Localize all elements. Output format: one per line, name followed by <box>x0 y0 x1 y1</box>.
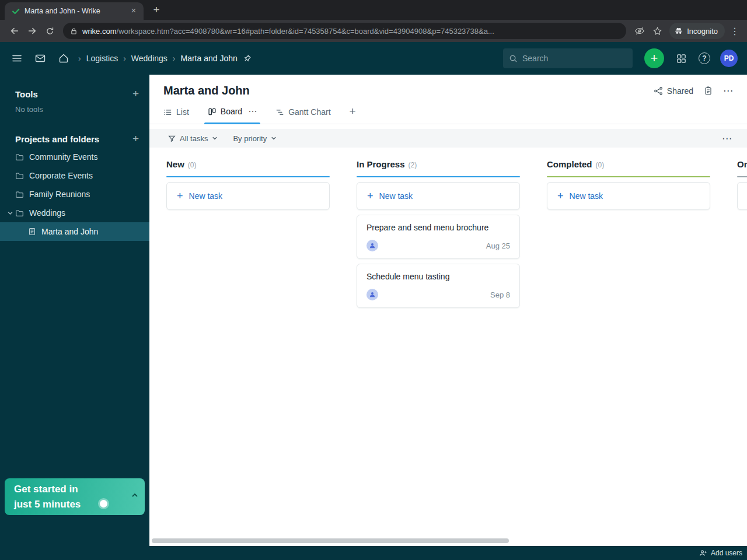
pin-icon[interactable] <box>239 47 256 69</box>
new-task-button[interactable]: + New task <box>357 182 520 210</box>
tab-label: Board <box>221 107 242 116</box>
assignee-avatar[interactable] <box>366 289 378 300</box>
horizontal-scrollbar[interactable] <box>152 538 509 543</box>
list-view-icon <box>163 108 172 117</box>
tab-list[interactable]: List <box>163 107 189 124</box>
breadcrumb-separator: › <box>123 54 126 63</box>
apps-grid-icon[interactable] <box>670 47 692 69</box>
incognito-icon <box>674 26 683 36</box>
add-tool-button[interactable]: + <box>132 88 139 100</box>
create-new-button[interactable]: + <box>644 48 664 68</box>
url-path: /workspace.htm?acc=4908780&wr=16#path=fo… <box>117 27 494 36</box>
promo-line-2: just 5 minutes <box>14 497 135 512</box>
reload-button[interactable] <box>41 22 58 40</box>
clipboard-icon[interactable] <box>704 86 713 95</box>
sidebar-item-label: Corporate Events <box>29 171 93 180</box>
page-title: Marta and John <box>163 84 250 97</box>
plus-icon: + <box>367 191 374 201</box>
task-title: Schedule menu tasting <box>366 272 510 281</box>
browser-tab[interactable]: Marta and John - Wrike × <box>5 2 144 20</box>
wrike-favicon-icon <box>12 7 20 15</box>
sidebar-item-label: Community Events <box>29 152 97 162</box>
screen: Marta and John - Wrike × + wrike.com/wor… <box>0 0 747 560</box>
browser-tab-strip: Marta and John - Wrike × + <box>0 0 747 20</box>
sidebar-item-label: Family Reunions <box>29 190 90 199</box>
header-actions: Shared ⋯ <box>654 85 733 97</box>
inbox-mail-icon[interactable] <box>29 47 51 69</box>
search-box[interactable] <box>503 48 633 68</box>
tab-board-more-icon[interactable]: ⋯ <box>248 106 257 117</box>
tab-label: Gantt Chart <box>288 107 330 117</box>
add-users-label[interactable]: Add users <box>711 549 742 557</box>
breadcrumb-weddings[interactable]: Weddings <box>131 54 167 63</box>
filter-label: All tasks <box>180 134 208 143</box>
filter-all-tasks[interactable]: All tasks <box>168 134 218 143</box>
chevron-down-icon[interactable] <box>5 210 15 216</box>
new-task-button[interactable]: + New task <box>737 182 747 210</box>
column-header: New (0) <box>166 159 330 169</box>
tab-close-icon[interactable]: × <box>128 6 139 16</box>
forward-button[interactable] <box>23 22 41 40</box>
hamburger-menu-icon[interactable] <box>6 47 28 69</box>
assignee-avatar[interactable] <box>366 240 378 251</box>
user-avatar[interactable]: PD <box>720 50 738 67</box>
new-task-label: New task <box>570 191 603 201</box>
more-options-icon[interactable]: ⋯ <box>723 85 733 97</box>
column-header: In Progress (2) <box>357 159 520 169</box>
app-header: › Logistics › Weddings › Marta and John … <box>0 42 747 75</box>
board-view-icon <box>208 107 217 116</box>
column-accent-line <box>166 176 330 177</box>
tab-board[interactable]: Board ⋯ <box>208 106 257 124</box>
breadcrumb-current[interactable]: Marta and John <box>181 54 238 63</box>
url-text: wrike.com/workspace.htm?acc=4908780&wr=1… <box>82 27 494 36</box>
sidebar-item-weddings[interactable]: Weddings <box>0 204 149 222</box>
address-bar[interactable]: wrike.com/workspace.htm?acc=4908780&wr=1… <box>63 23 626 39</box>
sidebar: Tools + No tools Projects and folders + … <box>0 75 149 546</box>
sidebar-item-corporate-events[interactable]: Corporate Events <box>0 166 149 185</box>
column-name: In Progress <box>357 159 405 169</box>
get-started-promo-card[interactable]: Get started in just 5 minutes <box>5 478 145 515</box>
bookmark-star-icon[interactable] <box>648 22 666 40</box>
column-count: (0) <box>596 161 605 169</box>
sidebar-item-family-reunions[interactable]: Family Reunions <box>0 185 149 204</box>
breadcrumb: › Logistics › Weddings › Marta and John <box>78 54 238 63</box>
breadcrumb-logistics[interactable]: Logistics <box>86 54 118 63</box>
sidebar-item-label: Weddings <box>29 208 65 218</box>
board-column-in-progress: In Progress (2) + New task Prepare and s… <box>357 159 520 308</box>
folder-icon <box>15 190 24 199</box>
app-body: Tools + No tools Projects and folders + … <box>0 75 747 546</box>
collapse-chevron-up-icon[interactable] <box>131 491 139 502</box>
column-name: New <box>166 159 184 169</box>
home-icon[interactable] <box>53 47 75 69</box>
new-task-button[interactable]: + New task <box>547 182 710 210</box>
plus-icon: + <box>557 191 564 201</box>
tab-label: List <box>176 107 189 117</box>
add-users-icon <box>699 549 707 557</box>
column-accent-line <box>737 176 747 177</box>
task-card[interactable]: Prepare and send menu brochure Aug 25 <box>357 215 520 259</box>
new-task-button[interactable]: + New task <box>166 182 330 210</box>
sidebar-item-community-events[interactable]: Community Events <box>0 148 149 166</box>
shared-button[interactable]: Shared <box>654 86 693 96</box>
folder-icon <box>15 172 24 180</box>
task-title: Prepare and send menu brochure <box>366 223 510 232</box>
tab-gantt-chart[interactable]: Gantt Chart <box>275 107 330 124</box>
column-count: (0) <box>188 161 197 169</box>
back-button[interactable] <box>6 22 23 40</box>
group-by-priority[interactable]: By priority <box>233 134 277 143</box>
new-tab-button[interactable]: + <box>149 4 163 16</box>
projects-title: Projects and folders <box>15 134 99 144</box>
tracking-protection-eye-off-icon[interactable] <box>631 22 648 40</box>
add-project-button[interactable]: + <box>132 132 139 145</box>
gantt-view-icon <box>275 108 284 117</box>
browser-menu-kebab-icon[interactable]: ⋮ <box>728 26 741 37</box>
task-card[interactable]: Schedule menu tasting Sep 8 <box>357 264 520 308</box>
filter-more-icon[interactable]: ⋯ <box>722 132 732 145</box>
board-column-new: New (0) + New task <box>166 159 330 210</box>
help-icon: ? <box>699 52 710 64</box>
task-due-date: Sep 8 <box>490 290 510 299</box>
add-view-button[interactable]: + <box>350 105 356 124</box>
help-button[interactable]: ? <box>693 47 715 69</box>
search-input[interactable] <box>522 54 627 63</box>
sidebar-item-marta-and-john[interactable]: Marta and John <box>0 222 149 241</box>
